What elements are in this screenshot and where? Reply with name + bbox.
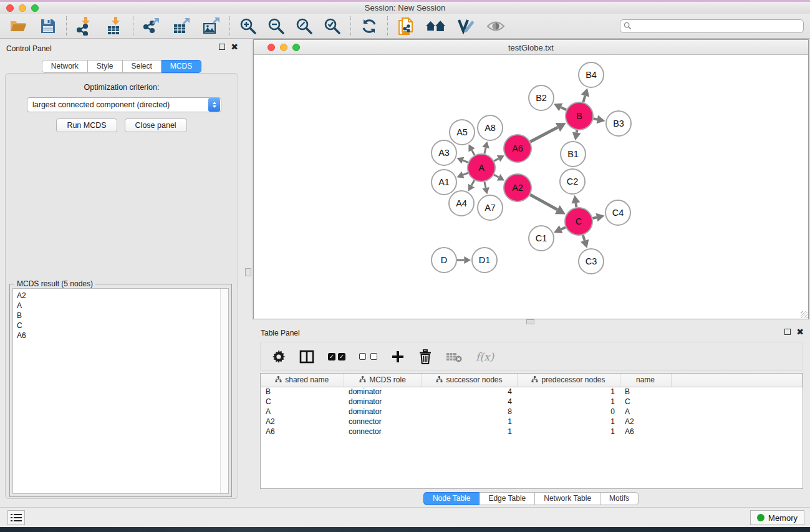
search-input[interactable]: [620, 19, 804, 33]
import-network-icon[interactable]: [75, 16, 95, 36]
cell-MCDS-role[interactable]: dominator: [344, 397, 422, 407]
memory-button[interactable]: Memory: [750, 510, 804, 525]
cell-predecessor-nodes[interactable]: 1: [517, 387, 620, 397]
save-session-icon[interactable]: [38, 16, 58, 36]
deselect-all-icon[interactable]: [359, 353, 377, 360]
cell-name[interactable]: C: [620, 397, 671, 407]
graph-edge-A-A1[interactable]: [463, 173, 468, 175]
tab-network[interactable]: Network: [42, 60, 88, 73]
column-header-name[interactable]: name: [620, 374, 671, 387]
table-row[interactable]: Cdominator41C: [261, 397, 803, 407]
graph-edge-C-C3[interactable]: [583, 235, 585, 241]
cell-name[interactable]: A: [620, 407, 671, 417]
export-network-icon[interactable]: [142, 16, 162, 36]
node-table[interactable]: shared nameMCDS rolesuccessor nodesprede…: [260, 373, 803, 489]
mcds-result-item-A2[interactable]: A2: [13, 291, 219, 301]
horizontal-split[interactable]: [253, 319, 809, 324]
table-row[interactable]: Bdominator41B: [261, 387, 803, 397]
column-header-MCDS-role[interactable]: MCDS role: [344, 374, 422, 387]
graph-edge-A2-C[interactable]: [530, 195, 557, 210]
vertical-split-handle[interactable]: [245, 268, 251, 276]
graph-edge-C-C1[interactable]: [561, 227, 566, 229]
import-table-icon[interactable]: [105, 16, 125, 36]
select-all-icon[interactable]: ✓✓: [328, 353, 345, 360]
window-resize-grip[interactable]: [801, 311, 808, 318]
graph-edge-A6-B[interactable]: [530, 127, 557, 142]
graph-edge-C-C4[interactable]: [592, 218, 597, 218]
graph-edge-A-A8[interactable]: [485, 148, 486, 154]
cell-name[interactable]: A2: [620, 417, 671, 427]
mcds-result-item-A6[interactable]: A6: [13, 331, 219, 341]
graph-edge-B-B3[interactable]: [594, 118, 597, 119]
graph-edge-A-A4[interactable]: [471, 180, 475, 186]
zoom-selected-icon[interactable]: [322, 16, 342, 36]
float-panel-icon[interactable]: [219, 44, 225, 50]
add-row-plus-icon[interactable]: [391, 350, 405, 364]
close-panel-button[interactable]: Close panel: [125, 118, 187, 132]
mcds-result-list[interactable]: A2ABCA6: [12, 288, 229, 494]
clone-network-icon[interactable]: [396, 16, 416, 36]
zoom-fit-icon[interactable]: [294, 16, 314, 36]
column-header-successor-nodes[interactable]: successor nodes: [422, 374, 517, 387]
cell-predecessor-nodes[interactable]: 1: [517, 417, 620, 427]
cell-predecessor-nodes[interactable]: 1: [517, 397, 620, 407]
cell-successor-nodes[interactable]: 8: [422, 407, 517, 417]
float-table-panel-icon[interactable]: [784, 329, 791, 335]
graph-edge-A-A6[interactable]: [494, 158, 498, 161]
cell-shared-name[interactable]: A6: [261, 427, 344, 437]
optimization-criterion-select[interactable]: largest connected component (directed): [27, 97, 221, 112]
table-row[interactable]: Adominator80A: [261, 407, 803, 417]
graph-edge-B-B2[interactable]: [561, 107, 566, 110]
close-panel-icon[interactable]: ✖: [231, 44, 238, 50]
open-file-icon[interactable]: [8, 16, 28, 36]
cell-predecessor-nodes[interactable]: 1: [517, 427, 620, 437]
tab-motifs[interactable]: Motifs: [600, 492, 639, 505]
table-row[interactable]: A6connector11A6: [261, 427, 803, 437]
horizontal-split-handle[interactable]: [526, 319, 534, 324]
graph-edge-A-A2[interactable]: [494, 175, 499, 177]
table-row[interactable]: A2connector11A2: [261, 417, 803, 427]
column-header-predecessor-nodes[interactable]: predecessor nodes: [517, 374, 620, 387]
graph-edge-C-C2[interactable]: [576, 203, 576, 207]
cell-shared-name[interactable]: A2: [261, 417, 344, 427]
validator-icon[interactable]: [456, 16, 476, 36]
close-table-panel-icon[interactable]: ✖: [796, 329, 804, 335]
cell-successor-nodes[interactable]: 4: [422, 387, 517, 397]
cell-shared-name[interactable]: C: [261, 397, 344, 407]
cell-MCDS-role[interactable]: connector: [344, 427, 422, 437]
search-field[interactable]: [620, 19, 804, 33]
graph-edge-A-A7[interactable]: [485, 181, 486, 188]
cell-name[interactable]: B: [620, 387, 671, 397]
task-history-button[interactable]: [7, 510, 25, 525]
tab-mcds[interactable]: MCDS: [162, 60, 201, 73]
cell-predecessor-nodes[interactable]: 0: [517, 407, 620, 417]
graph-edge-A-A5[interactable]: [472, 150, 475, 155]
table-settings-gear-icon[interactable]: [272, 350, 286, 364]
list-scrollbar[interactable]: [220, 289, 228, 493]
graph-edge-A-A3[interactable]: [463, 160, 468, 162]
tab-select[interactable]: Select: [123, 60, 162, 73]
cell-successor-nodes[interactable]: 4: [422, 397, 517, 407]
cell-MCDS-role[interactable]: dominator: [344, 407, 422, 417]
tab-node-table[interactable]: Node Table: [423, 492, 480, 505]
apply-layout-icon[interactable]: [359, 16, 379, 36]
tab-style[interactable]: Style: [88, 60, 123, 73]
cell-successor-nodes[interactable]: 1: [422, 417, 517, 427]
cell-successor-nodes[interactable]: 1: [422, 427, 517, 437]
cell-name[interactable]: A6: [620, 427, 671, 437]
zoom-out-icon[interactable]: [266, 16, 286, 36]
zoom-in-icon[interactable]: [238, 16, 258, 36]
show-columns-icon[interactable]: [299, 350, 314, 364]
graph-edge-B-B1[interactable]: [577, 130, 577, 133]
mcds-result-item-B[interactable]: B: [13, 311, 219, 321]
mcds-result-item-A[interactable]: A: [13, 301, 219, 311]
tab-edge-table[interactable]: Edge Table: [480, 492, 535, 505]
cell-shared-name[interactable]: A: [261, 407, 344, 417]
mcds-result-item-C[interactable]: C: [13, 321, 219, 331]
export-table-icon[interactable]: [171, 16, 191, 36]
home-network-icon[interactable]: [426, 16, 446, 36]
cell-MCDS-role[interactable]: connector: [344, 417, 422, 427]
show-hide-icon[interactable]: [486, 16, 506, 36]
graph-edge-B-B4[interactable]: [583, 95, 585, 102]
network-canvas[interactable]: B4B2BB3A5A8A6B1A3AC2A1A2A4A7C4CC1C3DD1: [254, 55, 808, 319]
